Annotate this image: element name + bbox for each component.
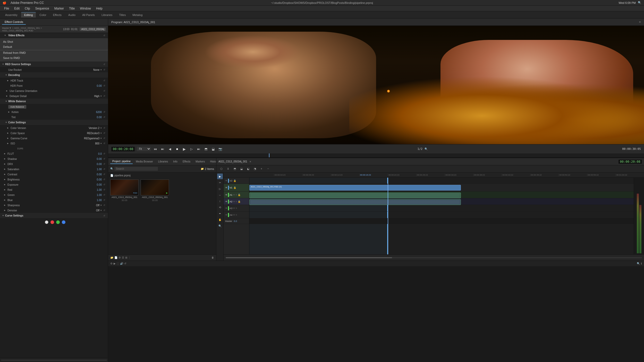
a4-solo[interactable]: S	[236, 214, 237, 216]
menu-window[interactable]: Window	[78, 6, 93, 11]
v1-eye-icon[interactable]: 👁	[225, 186, 227, 189]
btn-step-forward[interactable]: ▷	[189, 146, 194, 152]
project-new-item-btn[interactable]: 📄	[114, 256, 117, 259]
tl-tool-markers[interactable]: ⧖	[225, 166, 231, 171]
reset-green[interactable]: ↺	[103, 193, 106, 196]
tool-razor[interactable]: ✂	[217, 180, 223, 185]
value-kelvin[interactable]: 6200	[89, 111, 102, 114]
ws-tab-editing[interactable]: Editing	[21, 12, 36, 18]
tl-tool-snap[interactable]: ⬡	[218, 166, 224, 171]
ws-tab-assembly[interactable]: Assembly	[2, 12, 21, 18]
reset-red-source[interactable]: ↺	[103, 63, 106, 66]
project-delete-btn[interactable]: 🗑	[211, 256, 214, 259]
dropdown-default[interactable]: Default	[0, 44, 108, 49]
value-red[interactable]: 1.00	[89, 188, 102, 191]
a3-mute[interactable]: M	[233, 207, 235, 209]
a1-lock-icon[interactable]: 🔓	[238, 194, 241, 196]
value-drx[interactable]: 0.00	[89, 163, 102, 166]
tool-hand[interactable]: ✋	[217, 217, 223, 222]
a2-eye-icon[interactable]: 👁	[225, 200, 227, 203]
reset-hdr-track[interactable]: ↺	[103, 79, 106, 82]
value-blue[interactable]: 1.00	[89, 199, 102, 202]
decoding-header[interactable]: ▼ Decoding	[0, 72, 108, 78]
reset-contrast[interactable]: ↺	[103, 173, 106, 176]
menu-sequence[interactable]: Sequence	[33, 6, 51, 11]
a2-lock-icon[interactable]: 🔓	[238, 200, 241, 203]
ws-tab-metalog[interactable]: Metalog	[129, 12, 146, 18]
v1-clip[interactable]: A021_C013_0503Aj_001.R3D (V)	[249, 185, 461, 191]
a3-solo[interactable]: S	[236, 207, 237, 209]
btn-play[interactable]: ▶	[182, 146, 187, 152]
tool-rolling[interactable]: ↕	[217, 198, 223, 204]
auto-balance-button[interactable]: Auto Balance	[8, 105, 26, 109]
status-icon-1[interactable]: ⚙	[110, 262, 113, 265]
project-settings-btn[interactable]: ⚙	[118, 256, 121, 259]
project-search-input[interactable]	[114, 167, 158, 171]
a4-mute[interactable]: M	[233, 214, 235, 216]
ws-tab-audio[interactable]: Audio	[65, 12, 79, 18]
tab-effect-controls[interactable]: Effect Controls	[2, 20, 26, 25]
proj-tab-media-browser[interactable]: Media Browser	[134, 159, 155, 164]
proj-tab-info[interactable]: Info	[171, 159, 180, 164]
value-exposure[interactable]: 0.00	[89, 183, 102, 186]
btn-play-reverse[interactable]: ◀	[167, 146, 172, 152]
tl-tool-lift[interactable]: ⬔	[252, 166, 258, 171]
reset-hdr-point[interactable]: ↺	[103, 84, 106, 87]
fit-select[interactable]: Fit 25% 50% 100%	[137, 147, 151, 151]
new-folder-icon[interactable]: 📁	[201, 167, 204, 170]
tl-tool-zoom-out[interactable]: −	[265, 166, 271, 171]
value-flut[interactable]: 0.0	[89, 152, 102, 155]
project-list-view-btn[interactable]: ☰	[122, 256, 124, 259]
btn-go-to-in[interactable]: ⏮	[153, 146, 158, 152]
a1-mute[interactable]: M	[233, 194, 235, 196]
proj-tab-markers[interactable]: Markers	[193, 159, 207, 164]
status-icon-2[interactable]: ▶	[114, 262, 116, 265]
project-free-form-btn[interactable]: ⋮	[128, 256, 131, 259]
ws-tab-allpanels[interactable]: All Panels	[79, 12, 98, 18]
apple-menu[interactable]: 🍎	[3, 1, 6, 5]
dropdown-as-shot[interactable]: As Shot	[0, 39, 108, 44]
reset-use-rocket[interactable]: ↺	[103, 68, 106, 71]
ec-scrollbar[interactable]	[1, 360, 107, 361]
tl-tool-overwrite[interactable]: ⬓	[239, 166, 244, 171]
proj-tab-effects[interactable]: Effects	[181, 159, 192, 164]
dropdown-reload-rmd[interactable]: Reload from RMD	[0, 50, 108, 55]
reset-denoise[interactable]: ↺	[103, 209, 106, 212]
project-icon-view-btn[interactable]: ⊞	[125, 256, 127, 259]
reset-sharpness[interactable]: ↺	[103, 204, 106, 207]
ws-tab-color[interactable]: Color	[36, 12, 49, 18]
a4-eye-icon[interactable]: 👁	[225, 214, 227, 216]
reset-brightness[interactable]: ↺	[103, 178, 106, 181]
color-dot-white[interactable]	[45, 220, 48, 224]
reset-blue[interactable]: ↺	[103, 199, 106, 202]
tl-tool-zoom-in[interactable]: +	[259, 166, 264, 171]
timeline-timecode[interactable]: 00:00:20:08	[618, 160, 642, 164]
reset-red[interactable]: ↺	[103, 188, 106, 191]
menu-help[interactable]: Help	[94, 6, 105, 11]
a1-eye-icon[interactable]: 👁	[225, 194, 227, 196]
reset-kelvin[interactable]: ↺	[103, 110, 106, 114]
menu-title[interactable]: Title	[67, 6, 77, 11]
value-hdr-point[interactable]: 0.00	[89, 84, 102, 87]
reset-exposure[interactable]: ↺	[103, 183, 106, 186]
proj-tab-project[interactable]: Project: pipeline	[110, 159, 133, 164]
btn-overwrite[interactable]: ⬓	[210, 146, 216, 152]
color-dot-red[interactable]	[50, 220, 54, 224]
value-tint[interactable]: 0.00	[89, 116, 102, 119]
master-value[interactable]: 0.0	[234, 220, 237, 222]
tool-select[interactable]: ▶	[217, 174, 223, 179]
menu-clip[interactable]: Clip	[23, 6, 32, 11]
color-dot-green[interactable]	[56, 220, 60, 224]
a1-clip[interactable]	[249, 193, 461, 198]
btn-stop[interactable]: ■	[174, 146, 180, 152]
status-icon-4[interactable]: 🔊	[120, 262, 123, 265]
reset-tint[interactable]: ↺	[103, 116, 106, 119]
v2-eye-icon[interactable]: 👁	[225, 179, 227, 182]
reset-flut[interactable]: ↺	[103, 152, 106, 155]
a3-eye-icon[interactable]: 👁	[225, 207, 227, 210]
zoom-icon[interactable]: 🔍	[425, 148, 428, 150]
timeline-close[interactable]: ✕	[249, 160, 251, 163]
reset-color-version[interactable]: ↺	[103, 126, 106, 130]
color-settings-header[interactable]: ▼ Color Settings	[0, 120, 108, 125]
thumb-img-2[interactable]: ▶	[141, 179, 169, 195]
